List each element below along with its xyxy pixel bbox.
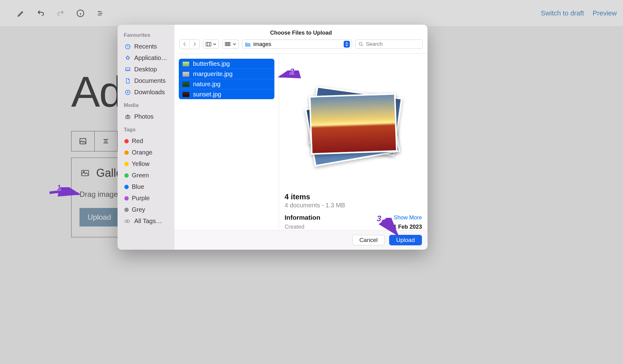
svg-rect-13 [227, 42, 228, 44]
sidebar-item-downloads[interactable]: Downloads [123, 87, 171, 98]
sidebar-item-applications[interactable]: Applicatio… [123, 52, 171, 64]
app-icon [124, 55, 131, 61]
tag-dot-icon [124, 150, 129, 155]
svg-rect-17 [229, 44, 230, 46]
switch-to-draft-link[interactable]: Switch to draft [541, 9, 584, 17]
preview-detail: 4 documents - 1.3 MB [285, 202, 422, 209]
view-columns-button[interactable] [203, 40, 219, 49]
sidebar-tag-orange[interactable]: Orange [123, 147, 171, 158]
svg-rect-5 [126, 68, 130, 71]
block-image-icon[interactable] [71, 131, 95, 151]
current-folder-name: images [253, 41, 271, 48]
favourites-label: Favourites [124, 32, 171, 38]
search-input[interactable] [366, 41, 428, 47]
all-tags-icon [124, 218, 131, 225]
sidebar-tag-grey[interactable]: Grey [123, 204, 171, 215]
file-thumb-icon [183, 61, 189, 66]
file-row[interactable]: marguerite.jpg [179, 69, 274, 79]
editor-topbar: Switch to draft Preview [0, 0, 623, 27]
chevron-down-icon [233, 43, 236, 45]
file-thumb-icon [183, 92, 189, 97]
sidebar-item-label: Desktop [134, 66, 157, 73]
group-by-button[interactable] [222, 40, 239, 49]
sidebar-tag-yellow[interactable]: Yellow [123, 158, 171, 170]
redo-icon[interactable] [54, 7, 67, 19]
preview-link[interactable]: Preview [593, 9, 617, 17]
svg-point-3 [84, 171, 84, 172]
file-name: nature.jpg [193, 81, 221, 88]
file-name: sunset.jpg [193, 91, 221, 98]
svg-point-18 [359, 42, 362, 45]
annotation-3: 3 [377, 214, 381, 223]
tags-label: Tags [124, 127, 171, 133]
preview-column: 4 items 4 documents - 1.3 MB Information… [279, 54, 428, 230]
up-down-icon [344, 41, 350, 48]
sidebar-tag-red[interactable]: Red [123, 135, 171, 147]
svg-rect-14 [229, 42, 230, 44]
block-align-icon[interactable] [95, 131, 118, 151]
block-toolbar[interactable] [71, 131, 118, 151]
preview-count: 4 items [285, 193, 422, 201]
annotation-1: 1 [57, 183, 61, 192]
file-picker-main: Choose Files to Upload images [174, 25, 428, 250]
file-thumb-icon [183, 72, 189, 77]
camera-icon [124, 113, 131, 120]
sidebar-tag-green[interactable]: Green [123, 170, 171, 181]
svg-rect-15 [225, 44, 226, 46]
sidebar-item-label: Blue [132, 183, 144, 190]
svg-rect-16 [227, 44, 228, 46]
nav-back-forward [179, 39, 200, 49]
undo-icon[interactable] [35, 7, 47, 19]
sidebar-item-recents[interactable]: Recents [123, 41, 171, 52]
sidebar-item-label: Downloads [134, 89, 165, 96]
gallery-icon [79, 168, 91, 178]
nav-back-button[interactable] [180, 40, 190, 49]
information-label: Information [285, 214, 320, 221]
sidebar-item-label: Recents [134, 43, 157, 50]
sidebar-item-label: Green [132, 172, 149, 179]
info-icon[interactable] [74, 7, 87, 19]
tag-dot-icon [124, 208, 129, 212]
sidebar-tag-purple[interactable]: Purple [123, 193, 171, 204]
file-row[interactable]: sunset.jpg [179, 89, 274, 99]
current-folder-select[interactable]: images [242, 40, 352, 49]
tag-dot-icon [124, 139, 129, 143]
file-thumb-icon [183, 82, 189, 87]
outline-icon[interactable] [94, 7, 106, 19]
sidebar-item-photos[interactable]: Photos [123, 111, 171, 122]
file-picker-sidebar: Favourites Recents Applicatio… Desktop D… [118, 25, 174, 250]
file-list-column: butterflies.jpg marguerite.jpg nature.jp… [174, 54, 279, 230]
folder-icon [245, 42, 251, 47]
tag-dot-icon [124, 162, 129, 166]
media-label: Media [124, 102, 171, 108]
clock-icon [124, 43, 131, 50]
nav-forward-button[interactable] [190, 40, 200, 49]
sidebar-tag-blue[interactable]: Blue [123, 181, 171, 193]
search-field[interactable] [355, 40, 423, 49]
created-label: Created [285, 224, 304, 230]
sidebar-item-label: Purple [132, 195, 150, 202]
sidebar-item-desktop[interactable]: Desktop [123, 64, 171, 75]
preview-thumbnail-stack [285, 59, 422, 189]
document-icon [124, 78, 131, 84]
edit-icon[interactable] [15, 7, 27, 19]
file-name: butterflies.jpg [193, 60, 230, 67]
sidebar-all-tags[interactable]: All Tags… [123, 215, 171, 227]
download-icon [124, 89, 131, 96]
svg-rect-11 [206, 42, 211, 46]
sidebar-item-label: Photos [134, 113, 153, 120]
svg-point-8 [127, 116, 129, 118]
chevron-down-icon [213, 43, 216, 45]
sidebar-item-label: Red [132, 138, 143, 145]
tag-dot-icon [124, 173, 129, 178]
tag-dot-icon [124, 185, 129, 189]
file-row[interactable]: butterflies.jpg [179, 59, 274, 69]
sidebar-item-label: Orange [132, 149, 153, 156]
annotation-2: 2 [290, 67, 294, 76]
file-row[interactable]: nature.jpg [179, 79, 274, 89]
sidebar-item-documents[interactable]: Documents [123, 75, 171, 87]
gallery-upload-button[interactable]: Upload [79, 208, 119, 226]
file-picker-toolbar: images [174, 39, 428, 53]
file-picker-title: Choose Files to Upload [174, 25, 428, 39]
file-name: marguerite.jpg [193, 70, 233, 78]
